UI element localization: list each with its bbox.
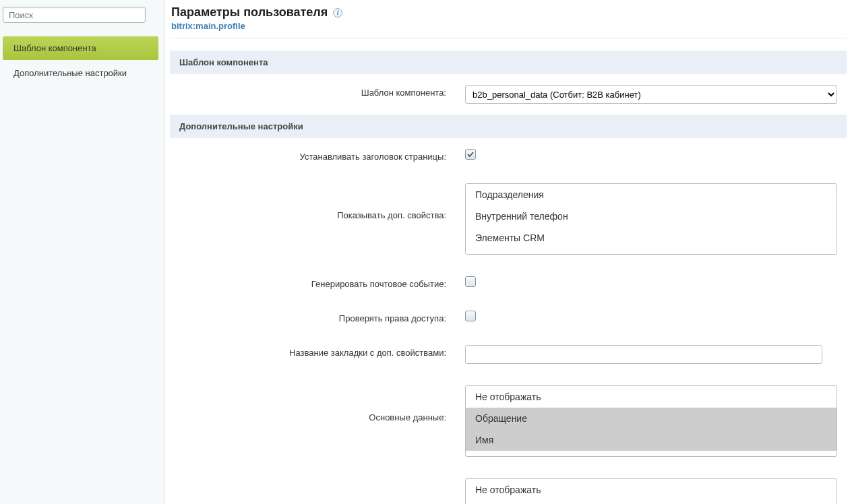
multiselect-personal-data[interactable]: Не отображать Профессия WWW-страница bbox=[465, 478, 837, 504]
search-input[interactable] bbox=[3, 7, 146, 23]
checkbox-mail-event[interactable] bbox=[465, 276, 476, 287]
component-name: bitrix:main.profile bbox=[170, 20, 852, 38]
info-icon[interactable]: i bbox=[333, 8, 342, 18]
option-main-data-2[interactable]: Имя bbox=[466, 429, 836, 451]
option-main-data-0[interactable]: Не отображать bbox=[466, 386, 836, 408]
main-panel: Параметры пользователя i bitrix:main.pro… bbox=[164, 0, 852, 504]
label-main-data: Основные данные: bbox=[170, 385, 446, 422]
option-personal-data-1[interactable]: Профессия bbox=[466, 501, 836, 504]
option-personal-data-0[interactable]: Не отображать bbox=[466, 479, 836, 501]
section-heading-extra: Дополнительные настройки bbox=[170, 115, 847, 138]
label-personal-data: Личные данные: bbox=[170, 478, 446, 504]
label-show-props: Показывать доп. свойства: bbox=[170, 183, 446, 220]
input-tab-name[interactable] bbox=[465, 345, 822, 364]
section-heading-template: Шаблон компонента bbox=[170, 51, 847, 74]
label-mail-event: Генерировать почтовое событие: bbox=[170, 276, 446, 289]
divider bbox=[170, 38, 847, 38]
sidebar-item-template[interactable]: Шаблон компонента bbox=[3, 36, 158, 60]
page-title: Параметры пользователя bbox=[171, 5, 328, 20]
sidebar-item-extra[interactable]: Дополнительные настройки bbox=[3, 61, 158, 85]
label-set-title: Устанавливать заголовок страницы: bbox=[170, 149, 446, 162]
multiselect-show-props[interactable]: Подразделения Внутренний телефон Элемент… bbox=[465, 183, 837, 255]
option-show-props-1[interactable]: Внутренний телефон bbox=[466, 206, 836, 227]
checkbox-check-rights[interactable] bbox=[465, 311, 476, 321]
select-template[interactable]: b2b_personal_data (Сотбит: B2B кабинет) bbox=[465, 85, 837, 104]
label-check-rights: Проверять права доступа: bbox=[170, 311, 446, 323]
option-show-props-2[interactable]: Элементы CRM bbox=[466, 227, 836, 249]
checkbox-set-title[interactable] bbox=[465, 149, 476, 160]
label-template: Шаблон компонента: bbox=[170, 85, 446, 98]
label-tab-name: Название закладки с доп. свойствами: bbox=[170, 345, 446, 358]
multiselect-main-data[interactable]: Не отображать Обращение Имя bbox=[465, 385, 837, 457]
option-show-props-0[interactable]: Подразделения bbox=[466, 184, 836, 206]
sidebar: Шаблон компонента Дополнительные настрой… bbox=[0, 0, 164, 504]
option-main-data-1[interactable]: Обращение bbox=[466, 408, 836, 429]
